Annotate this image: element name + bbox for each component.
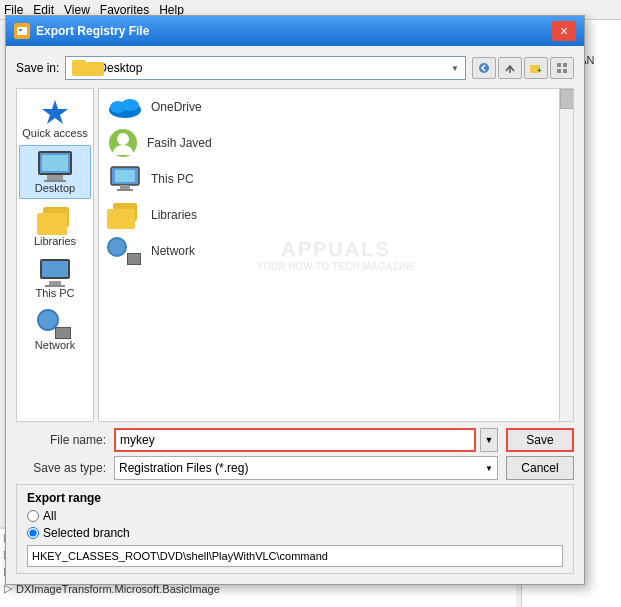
- up-icon: [504, 62, 516, 74]
- network-icon: [37, 309, 73, 339]
- cancel-button[interactable]: Cancel: [506, 456, 574, 480]
- file-list: OneDrive Fasih Javed: [98, 88, 574, 422]
- desktop-label: Desktop: [35, 182, 75, 194]
- quickaccess-icon: [37, 97, 73, 127]
- file-item-onedrive[interactable]: OneDrive: [99, 89, 573, 125]
- radio-selected-row: Selected branch: [27, 526, 563, 540]
- svg-rect-1: [19, 29, 22, 31]
- save-as-dropdown-arrow: ▼: [485, 464, 493, 473]
- save-as-type-input-wrap: Registration Files (*.reg) ▼: [114, 456, 498, 480]
- sidebar-item-thispc[interactable]: This PC: [19, 253, 91, 303]
- svg-rect-9: [557, 69, 561, 73]
- radio-selected-label: Selected branch: [43, 526, 130, 540]
- filename-dropdown-arrow[interactable]: ▼: [480, 428, 498, 452]
- save-in-folder-icon: [72, 60, 92, 76]
- save-as-type-value: Registration Files (*.reg): [119, 461, 248, 475]
- new-folder-button[interactable]: +: [524, 57, 548, 79]
- back-icon: [478, 62, 490, 74]
- svg-rect-10: [563, 69, 567, 73]
- user-avatar-icon: [107, 129, 139, 157]
- view-icon: [556, 62, 568, 74]
- libraries-list-icon: [107, 201, 143, 229]
- network-label: Network: [35, 339, 75, 351]
- export-registry-dialog: Export Registry File × Save in: Desktop …: [5, 15, 585, 585]
- view-button[interactable]: [550, 57, 574, 79]
- export-range-title: Export range: [27, 491, 563, 505]
- dialog-icon: [14, 23, 30, 39]
- sidebar-item-libraries[interactable]: Libraries: [19, 201, 91, 251]
- scrollbar-track[interactable]: [559, 89, 573, 421]
- svg-rect-20: [117, 189, 133, 191]
- radio-all-row: All: [27, 509, 563, 523]
- registry-path-input[interactable]: [27, 545, 563, 567]
- new-folder-icon: +: [529, 62, 543, 74]
- title-bar-left: Export Registry File: [14, 23, 149, 39]
- svg-point-15: [117, 133, 129, 145]
- save-in-value: Desktop: [98, 61, 445, 75]
- onedrive-icon: [107, 93, 143, 121]
- radio-all-label: All: [43, 509, 56, 523]
- thispc-list-icon: [107, 165, 143, 193]
- save-as-type-label: Save as type:: [16, 461, 106, 475]
- libraries-label: Libraries: [34, 235, 76, 247]
- file-name-row: File name: ▼ Save: [16, 428, 574, 452]
- back-button[interactable]: [472, 57, 496, 79]
- save-button[interactable]: Save: [506, 428, 574, 452]
- radio-selected-branch[interactable]: [27, 527, 39, 539]
- sidebar-item-network[interactable]: Network: [19, 305, 91, 355]
- save-as-type-combo[interactable]: Registration Files (*.reg) ▼: [114, 456, 498, 480]
- svg-rect-18: [115, 170, 135, 182]
- bottom-section: File name: ▼ Save Save as type: Registra…: [16, 428, 574, 480]
- save-as-type-row: Save as type: Registration Files (*.reg)…: [16, 456, 574, 480]
- sidebar: Quick access Desktop: [16, 88, 94, 422]
- svg-point-16: [113, 145, 133, 155]
- dialog-title: Export Registry File: [36, 24, 149, 38]
- file-name-input-wrap: ▼: [114, 428, 498, 452]
- up-button[interactable]: [498, 57, 522, 79]
- libraries-icon: [37, 205, 73, 235]
- desktop-icon: [36, 150, 74, 182]
- toolbar-buttons: +: [472, 57, 574, 79]
- svg-rect-19: [120, 185, 130, 189]
- sidebar-item-quickaccess[interactable]: Quick access: [19, 93, 91, 143]
- svg-text:+: +: [537, 66, 542, 74]
- file-item-network[interactable]: Network: [99, 233, 573, 269]
- svg-rect-7: [557, 63, 561, 67]
- save-in-label: Save in:: [16, 61, 59, 75]
- network-list-name: Network: [151, 244, 195, 258]
- user-name: Fasih Javed: [147, 136, 212, 150]
- network-list-icon: [107, 237, 143, 265]
- svg-point-14: [121, 99, 139, 111]
- quickaccess-label: Quick access: [22, 127, 87, 139]
- save-in-row: Save in: Desktop ▼: [16, 56, 574, 80]
- dialog-body: Save in: Desktop ▼: [6, 46, 584, 584]
- file-item-user[interactable]: Fasih Javed: [99, 125, 573, 161]
- save-in-combo[interactable]: Desktop ▼: [65, 56, 466, 80]
- svg-marker-11: [42, 100, 68, 124]
- svg-rect-8: [563, 63, 567, 67]
- file-name-input[interactable]: [114, 428, 476, 452]
- file-item-thispc[interactable]: This PC: [99, 161, 573, 197]
- save-in-dropdown-arrow: ▼: [451, 64, 459, 73]
- main-area: Quick access Desktop: [16, 88, 574, 422]
- scrollbar-thumb[interactable]: [560, 89, 574, 109]
- close-button[interactable]: ×: [552, 21, 576, 41]
- file-item-libraries[interactable]: Libraries: [99, 197, 573, 233]
- dialog-title-bar: Export Registry File ×: [6, 16, 584, 46]
- radio-all[interactable]: [27, 510, 39, 522]
- sidebar-item-desktop[interactable]: Desktop: [19, 145, 91, 199]
- svg-rect-5: [530, 65, 534, 67]
- libraries-list-name: Libraries: [151, 208, 197, 222]
- thispc-icon: [37, 257, 73, 287]
- onedrive-name: OneDrive: [151, 100, 202, 114]
- file-name-label: File name:: [16, 433, 106, 447]
- svg-point-2: [479, 63, 489, 73]
- thispc-list-name: This PC: [151, 172, 194, 186]
- export-range-section: Export range All Selected branch: [16, 484, 574, 574]
- thispc-label: This PC: [35, 287, 74, 299]
